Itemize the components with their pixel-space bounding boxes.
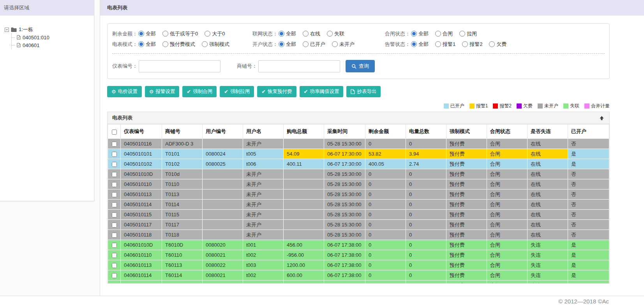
row-checkbox[interactable] [112,172,117,177]
radio-input[interactable] [138,41,144,47]
table-cell: 在线 [528,230,568,240]
tree-item[interactable]: 040601 [16,41,92,49]
radio-option[interactable]: 合闸 [435,30,453,37]
row-checkbox-cell [108,210,121,220]
table-cell: 05-28 15:30:00 [324,210,365,220]
radio-input[interactable] [332,41,338,47]
table-cell: T0113 [162,189,203,200]
shop-no-input[interactable] [258,60,340,72]
collapse-up-icon[interactable] [599,115,605,121]
row-checkbox[interactable] [112,152,117,157]
radio-input[interactable] [411,41,417,47]
row-checkbox[interactable] [112,253,117,258]
table-cell: 0080025 [203,159,243,169]
radio-input[interactable] [303,41,309,47]
table-cell: 0080020 [203,240,243,250]
row-checkbox[interactable] [112,142,117,147]
table-cell: 0 [365,260,406,270]
radio-input[interactable] [138,31,144,37]
radio-input[interactable] [462,41,468,47]
table-cell: 0 [406,270,446,280]
table-row: 040601010DT6010D0080020t001456.0006-07 1… [108,240,609,250]
radio-input[interactable] [202,41,208,47]
table-cell: 否 [568,169,609,179]
table-cell: 在线 [528,220,568,230]
radio-option[interactable]: 预付费模式 [162,41,195,48]
price-settings-button[interactable]: ⚙电价设置 [107,86,142,97]
radio-option-label: 拉闸 [467,30,477,37]
radio-option[interactable]: 拉闸 [459,30,477,37]
gear-icon: ⚙ [149,89,154,94]
table-cell: 0 [406,189,446,200]
row-checkbox[interactable] [112,243,117,248]
table-cell: 0405010113 [121,189,162,200]
meter-no-input[interactable] [139,60,221,72]
radio-input[interactable] [411,31,417,37]
radio-option-label: 大于0 [212,30,225,37]
radio-option[interactable]: 未开户 [332,41,355,48]
radio-input[interactable] [459,31,465,37]
radio-option[interactable]: 在线 [303,30,320,37]
table-cell: 失连 [528,240,568,250]
radio-option[interactable]: 欠费 [489,41,506,48]
radio-option[interactable]: 全部 [411,41,429,48]
table-cell: T0101 [162,149,203,159]
alarm-settings-button[interactable]: ⚙报警设置 [145,86,180,97]
radio-input[interactable] [303,31,309,37]
meter-reading-export-button[interactable]: 抄表导出 [346,86,381,97]
row-checkbox[interactable] [112,263,117,268]
radio-option[interactable]: 已开户 [303,41,325,48]
row-checkbox[interactable] [112,273,117,278]
table-cell: 0080023 [203,280,243,284]
table-cell: 失连 [528,260,568,270]
radio-option[interactable]: 大于0 [205,30,225,37]
collapse-minus-icon[interactable] [5,28,9,32]
radio-option[interactable]: 强制模式 [202,41,229,48]
radio-option[interactable]: 全部 [138,30,156,37]
force-open-switch-button[interactable]: ✔强制拉闸 [220,86,254,97]
tree-item[interactable]: 040501:010 [16,33,92,41]
row-checkbox[interactable] [112,202,117,207]
radio-option[interactable]: 低于或等于0 [162,30,198,37]
table-row: 0406010110T601100080021t002-956.0006-07 … [108,250,609,260]
table-cell: 456.00 [284,240,324,250]
row-checkbox[interactable] [112,233,117,238]
row-checkbox[interactable] [112,162,117,167]
radio-input[interactable] [279,41,284,47]
radio-input[interactable] [489,41,495,47]
table-cell [284,200,324,210]
restore-prepaid-button[interactable]: ✔恢复预付费 [257,86,296,97]
table-cell: 1200.00 [284,260,324,270]
legend-item: 未开户 [538,103,558,109]
column-header: 用户名 [243,124,284,139]
radio-option[interactable]: 全部 [138,41,156,48]
table-cell [203,210,243,220]
row-checkbox[interactable] [112,223,117,228]
radio-input[interactable] [162,31,168,37]
table-cell: 0405010114 [121,200,162,210]
radio-input[interactable] [435,31,441,37]
row-checkbox-cell [108,149,121,159]
tree-root[interactable]: 1:一栋 [5,26,92,33]
radio-input[interactable] [279,31,284,37]
radio-input[interactable] [205,31,210,37]
row-checkbox[interactable] [112,192,117,197]
search-button[interactable]: 查询 [346,60,375,72]
radio-option[interactable]: 失联 [327,30,344,37]
table-cell: 0 [365,270,406,280]
radio-option[interactable]: 全部 [279,41,296,48]
radio-option[interactable]: 全部 [411,30,429,37]
radio-input[interactable] [162,41,168,47]
radio-input[interactable] [327,31,333,37]
radio-option[interactable]: 报警1 [435,41,455,48]
radio-option[interactable]: 报警2 [462,41,482,48]
row-checkbox[interactable] [112,212,117,217]
power-threshold-settings-button[interactable]: ✔功率阈值设置 [300,86,344,97]
radio-option[interactable]: 全部 [279,30,296,37]
table-cell: 0406010115 [121,280,162,284]
radio-input[interactable] [435,41,441,47]
select-all-checkbox[interactable] [112,130,117,135]
row-checkbox[interactable] [112,182,117,187]
force-close-switch-button[interactable]: ✔强制合闸 [182,86,217,97]
table-cell: -956.00 [284,250,324,260]
